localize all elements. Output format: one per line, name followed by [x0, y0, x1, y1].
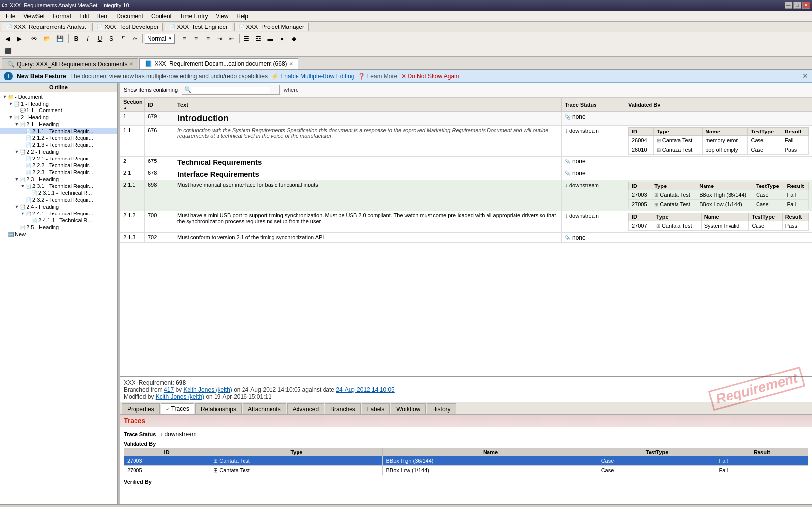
table-row[interactable]: 2 675 Technical Requirements 📎none [120, 157, 812, 168]
toolbar-subscript-button[interactable]: A₂ [130, 33, 140, 44]
detail-tab-properties[interactable]: Properties [122, 403, 160, 414]
col-header-section[interactable]: Section ▲ [120, 98, 145, 112]
toolbar-underline-button[interactable]: U [94, 33, 105, 44]
outline-tree-item-h2-2-2[interactable]: 📄2.2.2 - Technical Requir... [0, 162, 117, 169]
outline-tree-item-h2-2-3[interactable]: 📄2.2.3 - Technical Requir... [0, 169, 117, 176]
outline-tree-item-h2-1[interactable]: ▼📑2.1 - Heading [0, 121, 117, 128]
outline-tree-item-h2-3-2[interactable]: 📄2.3.2 - Technical Requir... [0, 196, 117, 203]
nested-table-row[interactable]: 27007 ⊞ Cantata Test System Invalid Case… [629, 221, 809, 231]
modified-by-link[interactable]: Keith Jones (keith) [156, 393, 204, 400]
requirement-tab-close[interactable]: ✕ [289, 61, 293, 67]
branched-by-link[interactable]: Keith Jones (keith) [183, 386, 232, 393]
query-tab-close[interactable]: ✕ [129, 61, 133, 67]
outline-tree-item-h2-1-2[interactable]: 📄2.1.2 - Technical Requir... [0, 134, 117, 141]
detail-tab-advanced[interactable]: Advanced [287, 403, 324, 414]
toolbar-block-button[interactable]: ▬ [265, 33, 276, 44]
doc-tab-requirement[interactable]: 📘 XXX_Requirement Docum...cation documen… [139, 58, 298, 69]
detail-tab-relationships[interactable]: Relationships [195, 403, 242, 414]
toolbar-align-center-button[interactable]: ≡ [191, 33, 202, 44]
branched-from-link[interactable]: 417 [164, 386, 174, 393]
outline-tree-item-h1-1[interactable]: 💬1.1 - Comment [0, 107, 117, 114]
close-button[interactable]: ✕ [802, 2, 810, 9]
toolbar-strikethrough-button[interactable]: S [106, 33, 117, 44]
toolbar-circle-button[interactable]: ● [277, 33, 288, 44]
toolbar-list-button[interactable]: ☰ [242, 33, 252, 44]
outline-tree-item-h2-1-3[interactable]: 📄2.1.3 - Technical Requir... [0, 141, 117, 148]
learn-more-link[interactable]: ❓ Learn More [358, 73, 397, 80]
menu-content[interactable]: Content [147, 12, 176, 21]
outline-tree-item-doc-root[interactable]: ▼📁- Document [0, 93, 117, 100]
maximize-button[interactable]: □ [793, 2, 801, 9]
table-row[interactable]: 2.1.3 702 Must conform to version 2.1 of… [120, 233, 812, 243]
menu-time-entry[interactable]: Time Entry [176, 12, 212, 21]
table-row[interactable]: 2.1 678 Interface Requirements 📎none [120, 168, 812, 180]
toolbar-align-right-button[interactable]: ≡ [203, 33, 214, 44]
detail-tab-labels[interactable]: Labels [362, 403, 390, 414]
menu-edit[interactable]: Edit [75, 12, 93, 21]
menu-item[interactable]: Item [93, 12, 112, 21]
toolbar-back-button[interactable]: ◀ [2, 33, 13, 44]
viewset-tab-test-developer[interactable]: 📄 XXX_Test Developer [92, 23, 163, 31]
toolbar-bullet-button[interactable]: ¶ [118, 33, 129, 44]
outline-tree-item-h2-4-1[interactable]: ▼📑2.4.1 - Technical Requir... [0, 210, 117, 217]
toolbar-view-button[interactable]: 👁 [29, 33, 40, 44]
do-not-show-link[interactable]: ✕ Do Not Show Again [401, 73, 459, 80]
toolbar-diamond-button[interactable]: ◆ [289, 33, 299, 44]
toolbar-save-button[interactable]: 💾 [54, 33, 66, 44]
filter-input-container[interactable]: 🔍 [182, 85, 280, 95]
viewset-tab-requirements-analyst[interactable]: 📄 XXX_Requirements Analyst [2, 23, 90, 31]
style-dropdown[interactable]: Normal ▼ [145, 34, 175, 44]
doc-tab-query[interactable]: 🔍 Query: XXX_All Requirements Documents … [2, 58, 138, 69]
detail-tab-workflow[interactable]: Workflow [391, 403, 426, 414]
col-header-text[interactable]: Text [174, 98, 562, 112]
outline-tree-item-h2-2-1[interactable]: 📄2.2.1 - Technical Requir... [0, 155, 117, 162]
detail-tab-attachments[interactable]: Attachments [243, 403, 286, 414]
menu-format[interactable]: Format [49, 12, 75, 21]
table-row[interactable]: 1 679 Introduction 📎none [120, 112, 812, 126]
nested-table-row[interactable]: 27005 ⊞ Cantata Test BBox Low (1/144) Ca… [629, 200, 809, 209]
toolbar-indent-button[interactable]: ⇥ [215, 33, 225, 44]
document-table[interactable]: Section ▲ ID Text Trace Status Validated… [120, 97, 812, 376]
detail-table-row[interactable]: 27005 ⊞ Cantata Test BBox Low (1/144) Ca… [124, 466, 808, 475]
menu-file[interactable]: File [2, 12, 19, 21]
nested-table-row[interactable]: 26010 ⊞ Cantata Test pop off empty Case … [629, 145, 809, 155]
nested-table-row[interactable]: 26004 ⊞ Cantata Test memory error Case F… [629, 136, 809, 145]
col-header-trace-status[interactable]: Trace Status [562, 98, 625, 112]
menu-document[interactable]: Document [112, 12, 147, 21]
outline-tree-item-h2-3-1[interactable]: ▼📑2.3.1 - Technical Requir... [0, 183, 117, 189]
outline-tree-item-h1[interactable]: ▼📑1 - Heading [0, 100, 117, 107]
outline-tree-item-h2-2[interactable]: ▼📑2.2 - Heading [0, 148, 117, 155]
col-header-validated-by[interactable]: Validated By [625, 98, 812, 112]
enable-editing-link[interactable]: ⚡ Enable Multiple-Row Editing [271, 73, 354, 80]
viewset-tab-test-engineer[interactable]: 📄 XXX_Test Engineer [165, 23, 232, 31]
outline-tree-item-h2-3[interactable]: ▼📑2.3 - Heading [0, 176, 117, 183]
toolbar-bold-button[interactable]: B [71, 33, 81, 44]
table-row[interactable]: 2.1.1 698 Must have manual user interfac… [120, 180, 812, 211]
minimize-button[interactable]: — [785, 2, 792, 9]
detail-tab-branches[interactable]: Branches [325, 403, 361, 414]
beta-close-button[interactable]: ✕ [802, 72, 808, 80]
toolbar-num-list-button[interactable]: ☲ [253, 33, 264, 44]
outline-tree-item-h2-4-1-1[interactable]: 📄2.4.1.1 - Technical R... [0, 217, 117, 224]
col-header-id[interactable]: ID [145, 98, 174, 112]
detail-table-row-selected[interactable]: 27003 ⊞ Cantata Test BBox High (36/144) … [124, 456, 808, 466]
table-row[interactable]: 2.1.2 700 Must have a mini-USB port to s… [120, 211, 812, 233]
detail-tab-traces[interactable]: ✓ Traces [161, 403, 194, 414]
toolbar-outdent-button[interactable]: ⇤ [226, 33, 237, 44]
table-row[interactable]: 1.1 676 In conjunction with the System R… [120, 126, 812, 157]
viewset-tab-project-manager[interactable]: 📄 XXX_Project Manager [234, 23, 309, 31]
outline-tree-item-new[interactable]: 🆕New [0, 231, 117, 238]
search-input[interactable] [191, 87, 270, 93]
toolbar-italic-button[interactable]: I [82, 33, 93, 44]
toolbar-align-left-button[interactable]: ≡ [179, 33, 190, 44]
menu-help[interactable]: Help [232, 12, 252, 21]
outline-tree-item-h2[interactable]: ▼📑2 - Heading [0, 114, 117, 121]
outline-tree-item-h2-4[interactable]: ▼📑2.4 - Heading [0, 203, 117, 210]
toolbar2-first-button[interactable]: ⬛ [2, 46, 14, 56]
menu-view[interactable]: View [212, 12, 233, 21]
against-date-link[interactable]: 24-Aug-2012 14:10:05 [336, 386, 394, 393]
toolbar-dash-button[interactable]: — [300, 33, 311, 44]
outline-tree-item-h2-3-1-1[interactable]: 📄2.3.1.1 - Technical R... [0, 189, 117, 196]
outline-tree-item-h2-5[interactable]: 📑2.5 - Heading [0, 224, 117, 231]
outline-tree-item-h2-1-1[interactable]: 📄2.1.1 - Technical Requir... [0, 128, 117, 134]
